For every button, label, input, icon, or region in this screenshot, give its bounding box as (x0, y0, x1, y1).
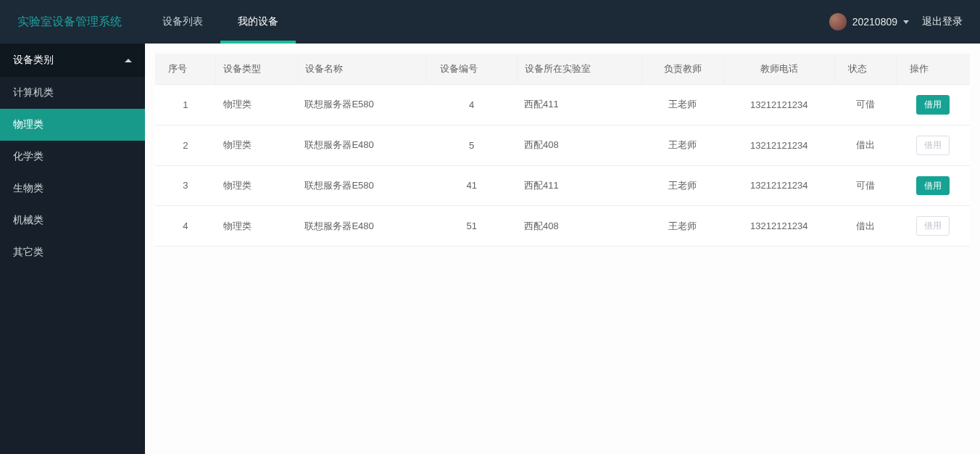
chevron-down-icon (903, 20, 909, 24)
sidebar-item-4[interactable]: 机械类 (0, 205, 145, 236)
cell: 王老师 (642, 85, 723, 125)
cell: 51 (426, 206, 517, 247)
cell: 联想服务器E580 (297, 85, 426, 125)
cell-action: 借用 (896, 165, 970, 206)
column-header: 负责教师 (642, 54, 723, 85)
cell: 物理类 (216, 85, 297, 125)
device-table: 序号设备类型设备名称设备编号设备所在实验室负责教师教师电话状态操作 1物理类联想… (155, 54, 970, 247)
sidebar-item-2[interactable]: 化学类 (0, 141, 145, 173)
logout-button[interactable]: 退出登录 (922, 15, 963, 28)
cell: 西配408 (517, 125, 642, 165)
cell: 可借 (834, 85, 896, 125)
cell-action: 借用 (896, 85, 970, 125)
sidebar-item-5[interactable]: 其它类 (0, 236, 145, 268)
table-row: 3物理类联想服务器E58041西配411王老师13212121234可借借用 (155, 165, 970, 206)
cell: 联想服务器E480 (297, 125, 426, 165)
cell: 3 (155, 165, 216, 206)
column-header: 教师电话 (723, 54, 834, 85)
cell: 13212121234 (723, 165, 834, 206)
cell: 王老师 (642, 206, 723, 247)
main-content: 序号设备类型设备名称设备编号设备所在实验室负责教师教师电话状态操作 1物理类联想… (145, 44, 980, 454)
cell: 物理类 (216, 206, 297, 247)
table-row: 4物理类联想服务器E48051西配408王老师13212121234借出借用 (155, 206, 970, 247)
table-header-row: 序号设备类型设备名称设备编号设备所在实验室负责教师教师电话状态操作 (155, 54, 970, 85)
table-body: 1物理类联想服务器E5804西配411王老师13212121234可借借用2物理… (155, 85, 970, 247)
cell: 借出 (834, 206, 896, 247)
borrow-button[interactable]: 借用 (916, 176, 950, 196)
column-header: 状态 (834, 54, 896, 85)
cell: 借出 (834, 125, 896, 165)
avatar (829, 13, 847, 30)
column-header: 序号 (155, 54, 216, 85)
sidebar-title: 设备类别 (13, 54, 54, 67)
user-menu[interactable]: 20210809 (829, 13, 909, 30)
sidebar-item-1[interactable]: 物理类 (0, 109, 145, 141)
sidebar-category-header[interactable]: 设备类别 (0, 44, 145, 77)
app-title: 实验室设备管理系统 (0, 15, 145, 30)
cell: 4 (426, 85, 517, 125)
top-tab-1[interactable]: 我的设备 (220, 0, 296, 44)
cell: 2 (155, 125, 216, 165)
cell: 13212121234 (723, 125, 834, 165)
cell-action: 借用 (896, 206, 970, 247)
top-tabs: 设备列表我的设备 (145, 0, 296, 44)
cell: 4 (155, 206, 216, 247)
cell: 西配411 (517, 85, 642, 125)
sidebar-item-3[interactable]: 生物类 (0, 173, 145, 205)
cell: 王老师 (642, 165, 723, 206)
cell: 1 (155, 85, 216, 125)
cell: 13212121234 (723, 85, 834, 125)
column-header: 设备名称 (297, 54, 426, 85)
cell: 西配411 (517, 165, 642, 206)
column-header: 设备类型 (216, 54, 297, 85)
cell: 物理类 (216, 165, 297, 206)
cell: 41 (426, 165, 517, 206)
header: 实验室设备管理系统 设备列表我的设备 20210809 退出登录 (0, 0, 980, 44)
username: 20210809 (852, 16, 897, 28)
cell: 联想服务器E480 (297, 206, 426, 247)
borrow-button[interactable]: 借用 (916, 95, 950, 115)
column-header: 设备所在实验室 (517, 54, 642, 85)
cell: 联想服务器E580 (297, 165, 426, 206)
header-right: 20210809 退出登录 (829, 13, 980, 30)
cell-action: 借用 (896, 125, 970, 165)
column-header: 设备编号 (426, 54, 517, 85)
sidebar-items: 计算机类物理类化学类生物类机械类其它类 (0, 77, 145, 268)
table-row: 2物理类联想服务器E4805西配408王老师13212121234借出借用 (155, 125, 970, 165)
sidebar: 设备类别 计算机类物理类化学类生物类机械类其它类 (0, 44, 145, 454)
cell: 西配408 (517, 206, 642, 247)
cell: 5 (426, 125, 517, 165)
cell: 物理类 (216, 125, 297, 165)
borrow-button: 借用 (916, 136, 950, 155)
table-row: 1物理类联想服务器E5804西配411王老师13212121234可借借用 (155, 85, 970, 125)
chevron-up-icon (125, 59, 132, 62)
borrow-button: 借用 (916, 216, 950, 236)
cell: 可借 (834, 165, 896, 206)
cell: 13212121234 (723, 206, 834, 247)
column-header: 操作 (896, 54, 970, 85)
sidebar-item-0[interactable]: 计算机类 (0, 77, 145, 109)
cell: 王老师 (642, 125, 723, 165)
top-tab-0[interactable]: 设备列表 (145, 0, 220, 44)
